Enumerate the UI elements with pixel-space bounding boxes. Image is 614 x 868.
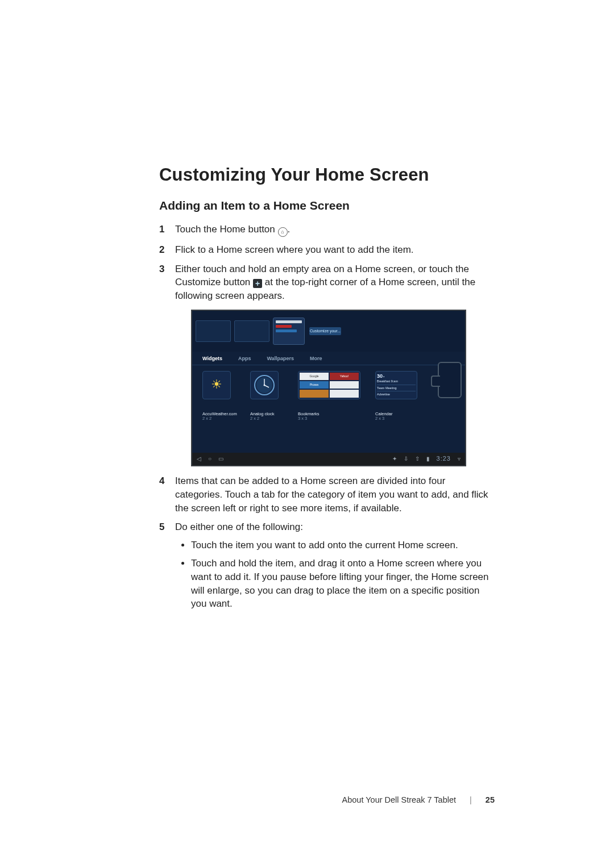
step-1-text-a: Touch the Home button xyxy=(175,224,278,235)
step-2: Flick to a Home screen where you want to… xyxy=(159,243,495,257)
homescreen-preview xyxy=(273,318,305,345)
section-heading: Adding an Item to a Home Screen xyxy=(159,199,495,212)
tab-widgets[interactable]: Widgets xyxy=(202,355,222,362)
download-icon[interactable]: ⇩ xyxy=(404,455,408,463)
homescreen-thumb-1 xyxy=(196,320,231,342)
widget-clock-size: 2 x 2 xyxy=(250,416,275,421)
widget-calendar[interactable]: 30 ▪ Breakfast 9:am Team Meeting Adverti… xyxy=(375,371,426,422)
tablet-side-frame xyxy=(438,362,462,398)
clock-icon xyxy=(250,371,279,399)
screenshot-top-panels: Customize your... xyxy=(192,311,465,352)
system-clock: 3:23 xyxy=(437,454,451,463)
bookmarks-grid-icon: Google Yahoo! Picasa xyxy=(298,372,360,399)
step-4: Items that can be added to a Home screen… xyxy=(159,474,495,515)
customize-plus-icon: + xyxy=(253,279,262,288)
step-5-intro: Do either one of the following: xyxy=(175,521,303,532)
battery-icon[interactable]: ▮ xyxy=(426,455,430,463)
footer-separator: | xyxy=(470,795,472,804)
upload-icon[interactable]: ⇧ xyxy=(415,455,420,463)
footer-label: About Your Dell Streak 7 Tablet xyxy=(342,795,456,804)
step-5a: Touch the item you want to add onto the … xyxy=(191,539,495,552)
system-bar: ◁ ○ ▭ ✦ ⇩ ⇧ ▮ 3:23 ▿ xyxy=(192,453,465,465)
widget-grid: ☀ AccuWeather.com 2 x 2 xyxy=(192,365,465,426)
step-1-text-b: . xyxy=(288,224,291,235)
step-5-sublist: Touch the item you want to add onto the … xyxy=(175,539,495,611)
sun-icon: ☀ xyxy=(211,376,222,394)
widget-calendar-size: 2 x 3 xyxy=(375,416,392,421)
calendar-preview: 30 ▪ Breakfast 9:am Team Meeting Adverti… xyxy=(376,372,417,398)
homescreen-thumb-2 xyxy=(234,320,269,342)
widget-accu-size: 2 x 2 xyxy=(202,416,237,421)
widget-analog-clock[interactable]: Analog clock 2 x 2 xyxy=(250,371,289,422)
back-icon[interactable]: ◁ xyxy=(197,455,201,463)
widget-bookmarks[interactable]: Google Yahoo! Picasa Bookmarks 3 x 3 xyxy=(298,371,366,422)
wifi-icon[interactable]: ▿ xyxy=(458,455,460,463)
tab-more[interactable]: More xyxy=(310,355,322,362)
step-1: Touch the Home button ⌂ . xyxy=(159,223,495,237)
widget-accuweather[interactable]: ☀ AccuWeather.com 2 x 2 xyxy=(202,371,241,422)
svg-point-4 xyxy=(264,384,265,386)
home-sys-icon[interactable]: ○ xyxy=(208,455,211,463)
step-3: Either touch and hold an empty area on a… xyxy=(159,262,495,466)
manual-page: Customizing Your Home Screen Adding an I… xyxy=(0,0,614,868)
step-5b: Touch and hold the item, and drag it ont… xyxy=(191,557,495,611)
widget-bookmarks-size: 3 x 3 xyxy=(298,416,320,421)
page-heading: Customizing Your Home Screen xyxy=(159,165,495,185)
notification-icon[interactable]: ✦ xyxy=(392,455,397,463)
steps-list: Touch the Home button ⌂ . Flick to a Hom… xyxy=(159,223,495,611)
category-tabs: Widgets Apps Wallpapers More xyxy=(192,352,465,365)
tab-apps[interactable]: Apps xyxy=(238,355,251,362)
page-footer: About Your Dell Streak 7 Tablet | 25 xyxy=(342,795,495,804)
home-icon: ⌂ xyxy=(278,224,288,237)
customize-label: Customize your... xyxy=(309,327,341,335)
tab-wallpapers[interactable]: Wallpapers xyxy=(267,355,294,362)
page-number: 25 xyxy=(486,795,495,804)
tablet-screenshot: Customize your... Widgets Apps Wallpaper… xyxy=(191,310,466,466)
recent-apps-icon[interactable]: ▭ xyxy=(218,455,223,463)
step-5: Do either one of the following: Touch th… xyxy=(159,520,495,611)
